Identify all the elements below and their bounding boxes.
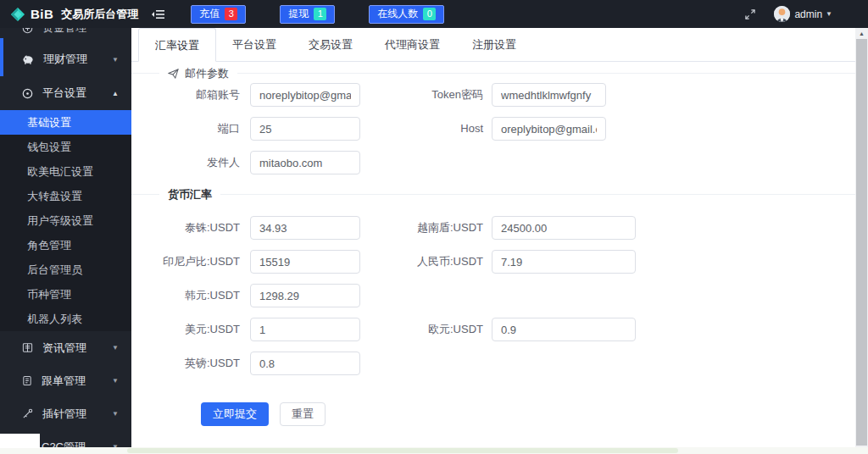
reset-button[interactable]: 重置	[280, 402, 326, 426]
form-row: 英镑:USDT	[131, 352, 855, 375]
sidebar-nav: 资金管理 理财管理 ▼ 平台设置 ▲	[0, 28, 131, 454]
port-label: 端口	[131, 117, 250, 141]
host-input[interactable]	[492, 117, 606, 141]
sidebar-item-label: 插针管理	[42, 407, 86, 422]
sidebar-item-wallet-settings[interactable]: 钱包设置	[0, 135, 131, 159]
chevron-down-icon: ▼	[112, 344, 119, 352]
divider-line	[131, 73, 855, 74]
vnd-usdt-label: 越南盾:USDT	[360, 216, 492, 240]
form-row: 印尼卢比:USDT 人民币:USDT	[131, 250, 855, 274]
piggy-bank-icon	[22, 54, 34, 64]
email-account-label: 邮箱账号	[131, 83, 250, 107]
brand-name: BiB	[31, 7, 53, 21]
news-icon	[22, 342, 33, 353]
sender-label: 发件人	[131, 151, 250, 174]
sidebar-item-label: 理财管理	[43, 52, 87, 67]
chevron-down-icon: ▼	[112, 410, 119, 418]
sidebar-item-wealth[interactable]: 理财管理 ▼	[0, 42, 131, 76]
usd-usdt-label: 美元:USDT	[131, 318, 250, 341]
sidebar-item-platform[interactable]: 平台设置 ▲	[0, 76, 131, 110]
chevron-up-icon: ▲	[112, 90, 119, 97]
tab-trade-settings[interactable]: 交易设置	[292, 28, 369, 61]
header-right: admin ▼	[745, 6, 868, 22]
horizontal-scrollbar[interactable]	[0, 447, 868, 454]
tab-platform-settings[interactable]: 平台设置	[216, 28, 292, 61]
avatar[interactable]	[774, 6, 790, 22]
chevron-down-icon: ▼	[112, 377, 119, 385]
send-icon	[168, 69, 179, 79]
username[interactable]: admin	[794, 8, 822, 20]
platform-submenu: 基础设置 钱包设置 欧美电汇设置 大转盘设置 用户等级设置 角色管理 后台管理员…	[0, 110, 131, 331]
mail-section-title: 邮件参数	[159, 67, 237, 80]
sidebar-item-role-management[interactable]: 角色管理	[0, 233, 131, 257]
fund-plus-icon	[22, 28, 33, 34]
port-input[interactable]	[250, 117, 360, 141]
eur-usdt-input[interactable]	[492, 318, 636, 341]
sidebar-toggle-icon[interactable]	[152, 8, 165, 20]
pin-icon	[22, 408, 33, 419]
online-users-label: 在线人数	[377, 7, 418, 21]
sidebar-item-copy-trade[interactable]: 跟单管理 ▼	[0, 364, 131, 397]
token-password-label: Token密码	[360, 83, 492, 107]
sidebar-item-label: 跟单管理	[42, 374, 86, 389]
target-icon	[22, 88, 33, 99]
eur-usdt-label: 欧元:USDT	[360, 318, 492, 341]
form-row: 美元:USDT 欧元:USDT	[131, 318, 855, 341]
form-row: 韩元:USDT	[131, 284, 855, 307]
thb-usdt-label: 泰铢:USDT	[131, 216, 250, 240]
tab-register-settings[interactable]: 注册设置	[456, 28, 532, 61]
fullscreen-icon[interactable]	[745, 9, 755, 19]
thb-usdt-input[interactable]	[250, 216, 360, 240]
token-password-input[interactable]	[492, 83, 606, 107]
sidebar-item-basic-settings[interactable]: 基础设置	[0, 110, 131, 135]
chevron-down-icon: ▼	[112, 56, 119, 64]
idr-usdt-label: 印尼卢比:USDT	[131, 250, 250, 274]
withdraw-badge: 1	[314, 8, 326, 20]
rates-section-divider: 货币汇率	[131, 188, 855, 201]
sidebar-item-robot-list[interactable]: 机器人列表	[0, 307, 131, 331]
sender-input[interactable]	[250, 151, 360, 174]
sidebar-item-news[interactable]: 资讯管理 ▼	[0, 331, 131, 364]
withdraw-button[interactable]: 提现 1	[280, 5, 335, 24]
horizontal-scrollbar-thumb[interactable]	[127, 448, 678, 453]
doc-icon	[22, 375, 32, 386]
sidebar-item-admin-management[interactable]: 后台管理员	[0, 257, 131, 282]
krw-usdt-label: 韩元:USDT	[131, 284, 250, 307]
scrollbar-corner-overlay	[0, 434, 40, 448]
usd-usdt-input[interactable]	[250, 318, 360, 341]
rates-form: 泰铢:USDT 越南盾:USDT 印尼卢比:USDT 人民币:USDT 韩元:U…	[131, 216, 855, 375]
email-account-input[interactable]	[250, 83, 360, 107]
form-row: 端口 Host	[131, 117, 855, 141]
section-title-text: 货币汇率	[168, 187, 212, 202]
mail-form: 邮箱账号 Token密码 端口 Host 发件人	[131, 83, 855, 174]
tab-exchange-rate-settings[interactable]: 汇率设置	[138, 28, 216, 62]
cny-usdt-label: 人民币:USDT	[360, 250, 492, 274]
tab-agent-settings[interactable]: 代理商设置	[369, 28, 456, 61]
header-stat-buttons: 充值 3 提现 1 在线人数 0	[191, 5, 478, 24]
vnd-usdt-input[interactable]	[492, 216, 636, 240]
gbp-usdt-input[interactable]	[250, 352, 360, 375]
online-users-button[interactable]: 在线人数 0	[369, 5, 444, 24]
sidebar-item-funds[interactable]: 资金管理	[0, 28, 131, 39]
vertical-scrollbar[interactable]: ▲	[855, 28, 868, 447]
sidebar-item-pin[interactable]: 插针管理 ▼	[0, 397, 131, 430]
cny-usdt-input[interactable]	[492, 250, 636, 274]
rates-section-title: 货币汇率	[159, 188, 220, 201]
idr-usdt-input[interactable]	[250, 250, 360, 274]
recharge-button[interactable]: 充值 3	[191, 5, 246, 24]
sidebar-item-coin-management[interactable]: 币种管理	[0, 282, 131, 307]
gem-logo-icon	[10, 7, 25, 22]
form-actions: 立即提交 重置	[201, 402, 855, 426]
submit-button[interactable]: 立即提交	[201, 402, 269, 426]
main-content: 汇率设置 平台设置 交易设置 代理商设置 注册设置 邮件参数 邮箱账号 Toke…	[131, 28, 855, 447]
sidebar-item-label: 平台设置	[42, 86, 86, 101]
sidebar-item-wheel-settings[interactable]: 大转盘设置	[0, 184, 131, 208]
vertical-scrollbar-thumb[interactable]	[856, 39, 867, 446]
caret-down-icon[interactable]: ▼	[826, 10, 832, 18]
sidebar-item-label: 资讯管理	[42, 340, 86, 356]
recharge-label: 充值	[199, 7, 220, 21]
krw-usdt-input[interactable]	[250, 284, 360, 307]
sidebar-item-user-level-settings[interactable]: 用户等级设置	[0, 208, 131, 233]
sidebar-item-wire-settings[interactable]: 欧美电汇设置	[0, 159, 131, 184]
scroll-up-icon[interactable]: ▲	[855, 28, 868, 39]
